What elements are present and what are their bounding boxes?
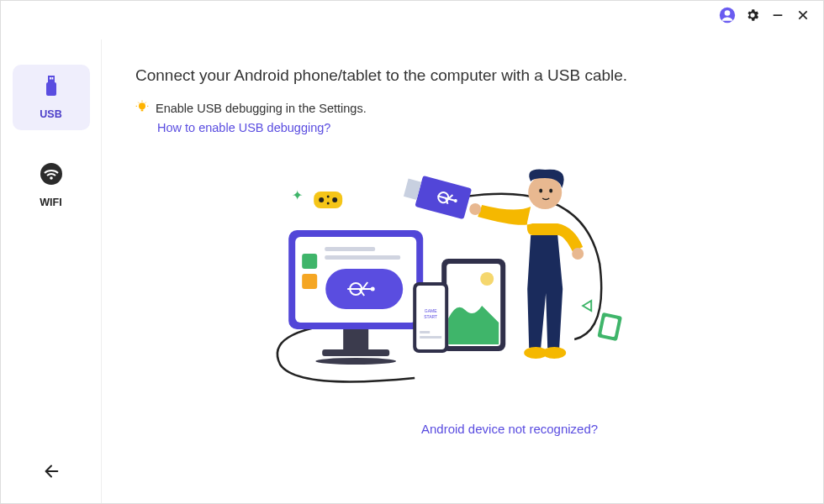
svg-point-9	[139, 102, 145, 109]
svg-rect-4	[50, 77, 51, 80]
usb-debugging-help-link[interactable]: How to enable USB debugging?	[157, 121, 806, 134]
svg-rect-46	[420, 336, 441, 339]
usb-icon	[41, 75, 61, 102]
svg-text:START: START	[424, 314, 437, 319]
svg-rect-2	[774, 14, 783, 16]
svg-point-40	[480, 272, 494, 286]
sidebar-tab-label: WIFI	[40, 197, 61, 208]
svg-rect-26	[322, 349, 389, 356]
svg-rect-5	[51, 77, 53, 80]
svg-point-55	[469, 203, 481, 215]
sidebar-tab-usb[interactable]: USB	[13, 65, 90, 130]
minimize-icon[interactable]	[769, 7, 786, 24]
svg-point-48	[319, 197, 324, 202]
svg-line-14	[138, 102, 139, 103]
svg-point-8	[50, 176, 53, 180]
svg-rect-25	[343, 329, 368, 349]
page-heading: Connect your Android phone/tablet to the…	[135, 66, 806, 85]
svg-rect-6	[46, 82, 56, 96]
back-button[interactable]	[40, 459, 63, 483]
svg-rect-45	[420, 331, 430, 333]
svg-text:✦: ✦	[292, 188, 303, 202]
svg-point-27	[315, 358, 396, 365]
device-not-recognized-link[interactable]: Android device not recognized?	[421, 422, 598, 436]
svg-rect-10	[141, 109, 144, 111]
lightbulb-icon	[135, 100, 149, 116]
svg-point-56	[572, 248, 584, 260]
svg-text:GAME: GAME	[425, 308, 437, 313]
svg-point-50	[327, 196, 330, 198]
main-content: Connect your Android phone/tablet to the…	[135, 66, 806, 503]
connect-illustration: GAME START	[246, 163, 633, 398]
svg-point-51	[327, 202, 330, 205]
wifi-icon	[39, 161, 64, 190]
svg-rect-29	[302, 274, 317, 289]
sidebar-tab-wifi[interactable]: WIFI	[13, 152, 90, 218]
svg-point-35	[371, 287, 375, 291]
connection-sidebar: USB WIFI	[1, 39, 102, 503]
account-icon[interactable]	[719, 7, 736, 24]
titlebar	[719, 1, 823, 29]
close-icon[interactable]	[795, 7, 811, 24]
svg-rect-30	[325, 247, 375, 251]
gear-icon[interactable]	[744, 7, 761, 24]
svg-line-15	[145, 102, 146, 103]
svg-point-58	[542, 347, 566, 359]
svg-rect-3	[48, 76, 55, 82]
svg-point-1	[725, 10, 731, 16]
svg-point-53	[539, 189, 542, 193]
hint-row: Enable USB debugging in the Settings.	[135, 100, 806, 116]
hint-text: Enable USB debugging in the Settings.	[156, 102, 367, 115]
svg-rect-28	[302, 254, 317, 269]
svg-rect-31	[325, 255, 400, 260]
svg-rect-47	[314, 192, 342, 208]
svg-point-54	[549, 189, 552, 193]
svg-point-49	[332, 197, 337, 202]
sidebar-tab-label: USB	[40, 108, 61, 120]
